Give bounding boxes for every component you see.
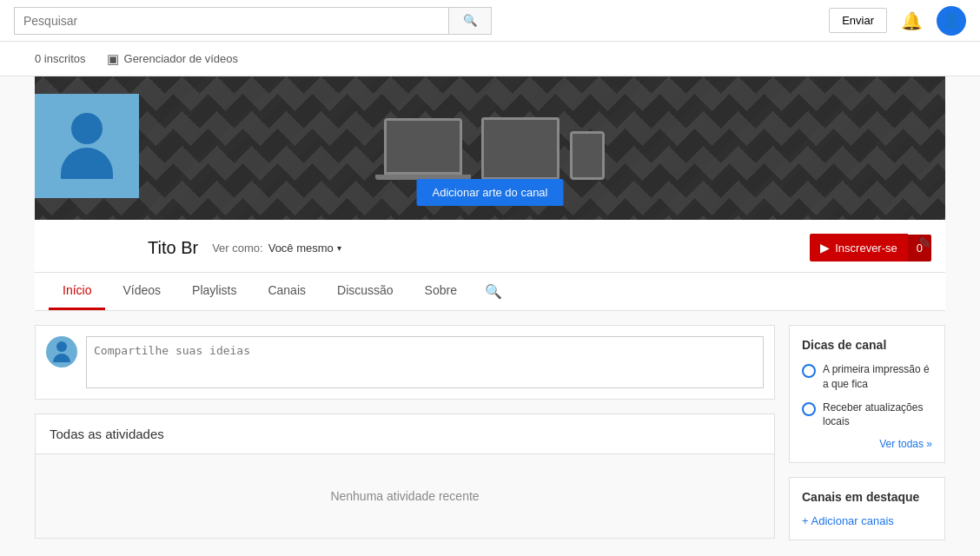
search-container: 🔍	[14, 7, 535, 35]
channel-avatar	[35, 94, 139, 198]
tab-inicio[interactable]: Início	[49, 273, 105, 310]
share-box	[35, 325, 775, 400]
channel-name: Tito Br	[148, 238, 198, 258]
device-tv	[481, 117, 560, 180]
edit-channel-button[interactable]: ✎	[918, 234, 931, 253]
sub-topbar: 0 inscritos ▣ Gerenciador de vídeos	[0, 42, 980, 76]
device-tablet	[570, 131, 605, 180]
topbar-left: 🔍	[14, 7, 829, 35]
channel-header-row: Tito Br Ver como: Você mesmo ▾ ▶ Inscrev…	[35, 234, 945, 261]
laptop-screen	[387, 121, 460, 172]
ver-como-label: Ver como:	[212, 242, 263, 255]
enviar-button[interactable]: Enviar	[829, 8, 887, 33]
user-avatar[interactable]: 👤	[937, 6, 966, 36]
share-body	[53, 354, 70, 362]
subscribers-count: 0 inscritos	[35, 52, 86, 65]
content-left: Todas as atividades Nenhuma atividade re…	[35, 325, 775, 540]
topbar: 🔍 Enviar 🔔 👤	[0, 0, 980, 42]
tab-videos[interactable]: Vídeos	[109, 273, 175, 310]
tab-sobre[interactable]: Sobre	[411, 273, 471, 310]
add-art-button[interactable]: Adicionar arte do canal	[417, 179, 564, 206]
chevron-down-icon: ▾	[337, 243, 341, 253]
avatar-body	[61, 148, 113, 179]
share-avatar-person	[53, 341, 70, 362]
tip-dot-1	[802, 364, 816, 378]
subscribe-area: ▶ Inscrever-se 0	[810, 234, 931, 261]
device-laptop-wrapper	[375, 118, 471, 180]
tab-canais[interactable]: Canais	[254, 273, 320, 310]
featured-title: Canais em destaque	[802, 490, 932, 504]
add-channels-button[interactable]: + Adicionar canais	[802, 514, 894, 527]
no-activity-message: Nenhuma atividade recente	[36, 454, 774, 538]
tab-discussao[interactable]: Discussão	[323, 273, 407, 310]
channel-tabs: Início Vídeos Playlists Canais Discussão…	[35, 273, 945, 311]
tabs-search-icon[interactable]: 🔍	[474, 276, 513, 307]
bell-icon[interactable]: 🔔	[901, 10, 923, 31]
tip-text-2: Receber atualizações locais	[823, 400, 932, 430]
content-right: Dicas de canal A primeira impressão é a …	[789, 325, 945, 540]
ver-como-value: Você mesmo	[268, 242, 334, 255]
ver-como-selector[interactable]: Você mesmo ▾	[268, 242, 341, 255]
channel-name-area: Tito Br Ver como: Você mesmo ▾	[148, 238, 341, 258]
video-manager-icon: ▣	[107, 51, 119, 67]
tips-title: Dicas de canal	[802, 338, 932, 352]
banner-devices	[375, 117, 605, 180]
featured-card: Canais em destaque + Adicionar canais	[789, 477, 945, 540]
share-head	[56, 341, 67, 352]
add-channels-label: + Adicionar canais	[802, 514, 894, 527]
activities-section: Todas as atividades Nenhuma atividade re…	[35, 414, 775, 539]
tips-card: Dicas de canal A primeira impressão é a …	[789, 325, 945, 463]
tip-item-1: A primeira impressão é a que fica	[802, 362, 932, 392]
tip-dot-2	[802, 402, 816, 416]
tip-text-1: A primeira impressão é a que fica	[823, 362, 932, 392]
search-button[interactable]: 🔍	[448, 7, 492, 35]
tip-item-2: Receber atualizações locais	[802, 400, 932, 430]
share-avatar	[46, 336, 77, 367]
video-manager-label: Gerenciador de vídeos	[124, 52, 239, 65]
subscribe-button[interactable]: ▶ Inscrever-se	[810, 234, 908, 261]
subscribe-label: Inscrever-se	[835, 242, 897, 255]
avatar-icon: 👤	[943, 12, 960, 29]
channel-banner: Adicionar arte do canal	[35, 76, 945, 220]
channel-info: Tito Br Ver como: Você mesmo ▾ ▶ Inscrev…	[35, 220, 945, 273]
device-laptop	[384, 118, 462, 175]
activities-header: Todas as atividades	[36, 414, 774, 454]
ver-todas-link[interactable]: Ver todas »	[802, 438, 932, 450]
youtube-icon: ▶	[820, 241, 830, 255]
main-content: Todas as atividades Nenhuma atividade re…	[35, 325, 945, 540]
share-textarea[interactable]	[86, 336, 764, 388]
video-manager-link[interactable]: ▣ Gerenciador de vídeos	[107, 51, 239, 67]
tab-playlists[interactable]: Playlists	[178, 273, 250, 310]
topbar-right: Enviar 🔔 👤	[829, 6, 966, 36]
ver-como: Ver como: Você mesmo ▾	[212, 242, 341, 255]
search-icon: 🔍	[463, 14, 478, 27]
search-input[interactable]	[14, 7, 448, 35]
avatar-head	[71, 113, 103, 144]
avatar-person	[61, 113, 113, 179]
pencil-icon: ✎	[918, 235, 931, 252]
